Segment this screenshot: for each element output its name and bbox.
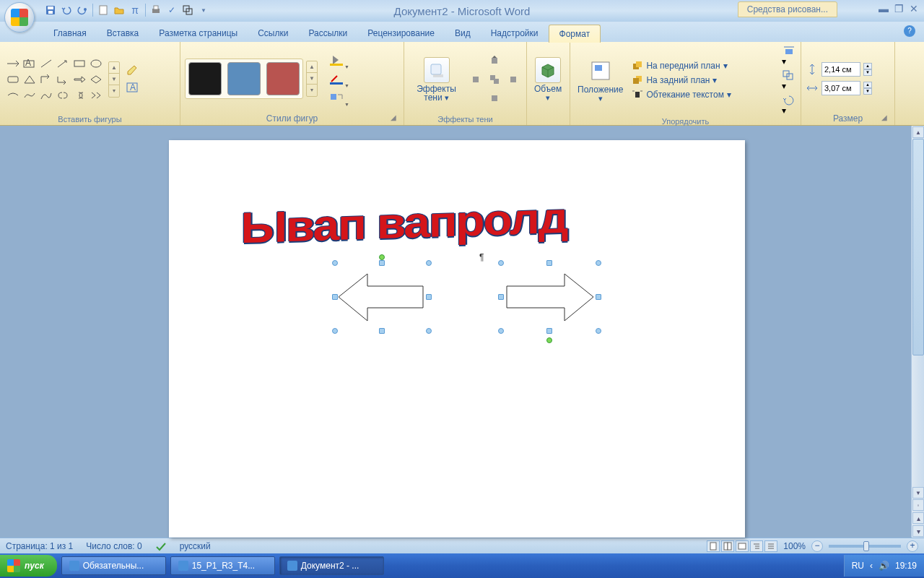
shape-left-arrow[interactable] <box>335 263 429 332</box>
group-shapes-icon[interactable]: ▾ <box>782 69 796 91</box>
style-swatch-blue[interactable] <box>227 62 261 95</box>
3d-effects-button[interactable]: Объем▾ <box>531 56 565 103</box>
nudge-up-icon[interactable] <box>486 52 503 69</box>
tray-icon[interactable]: 🔊 <box>879 561 889 571</box>
shape-gallery-scroll[interactable]: ▲▼▾ <box>108 61 120 98</box>
zoom-in-icon[interactable]: + <box>907 540 918 552</box>
start-button[interactable]: пуск <box>0 555 57 577</box>
tab-mailings[interactable]: Рассылки <box>298 25 357 42</box>
view-web-layout-icon[interactable] <box>736 540 749 552</box>
style-gallery-scroll[interactable]: ▲▼▾ <box>306 61 318 97</box>
height-input[interactable] <box>821 62 860 77</box>
svg-rect-22 <box>433 74 443 77</box>
send-to-back-button[interactable]: На задний план ▾ <box>632 74 776 86</box>
group-label: Эффекты тени <box>409 113 522 125</box>
maximize-icon[interactable]: ❐ <box>894 3 904 14</box>
view-print-layout-icon[interactable] <box>707 540 720 552</box>
title-bar: π ✓ ▼ Документ2 - Microsoft Word Средств… <box>0 0 924 22</box>
save-icon[interactable] <box>43 3 58 17</box>
svg-rect-45 <box>724 543 728 550</box>
dialog-launcher-icon[interactable]: ◢ <box>880 113 889 122</box>
help-icon[interactable]: ? <box>904 25 915 37</box>
taskbar-item[interactable]: Обязательны... <box>61 556 166 575</box>
vertical-scrollbar[interactable]: ▲ ▼ ◦ ▴ ▾ <box>911 126 924 538</box>
tab-format[interactable]: Формат <box>549 25 601 43</box>
view-draft-icon[interactable] <box>764 540 777 552</box>
shape-right-arrow[interactable] <box>501 263 598 339</box>
status-words[interactable]: Число слов: 0 <box>86 541 141 551</box>
svg-rect-1 <box>48 7 53 9</box>
text-wrapping-button[interactable]: Обтекание текстом ▾ <box>632 89 776 100</box>
shape-fill-icon[interactable]: ▼ <box>325 52 348 68</box>
taskbar-item[interactable]: Документ2 - ... <box>279 556 384 575</box>
position-button[interactable]: Положение▾ <box>575 56 626 104</box>
group-label: Вставить фигуры <box>4 113 175 125</box>
svg-rect-13 <box>74 61 84 66</box>
view-full-screen-icon[interactable] <box>721 540 734 552</box>
nudge-down-icon[interactable] <box>486 90 503 107</box>
svg-rect-34 <box>633 78 639 84</box>
tab-addins[interactable]: Надстройки <box>481 25 549 42</box>
svg-line-12 <box>58 61 66 67</box>
rotate-icon[interactable]: ▾ <box>782 94 796 116</box>
tab-review[interactable]: Рецензирование <box>357 25 445 42</box>
zoom-level[interactable]: 100% <box>783 541 806 551</box>
svg-rect-6 <box>154 6 158 9</box>
office-button[interactable] <box>4 2 35 33</box>
svg-rect-21 <box>431 64 441 74</box>
group-label: Стили фигур◢ <box>185 112 399 125</box>
new-doc-icon[interactable] <box>96 3 110 17</box>
edit-shape-icon[interactable] <box>124 63 140 79</box>
contextual-tab-label: Средства рисован... <box>738 1 837 17</box>
dialog-launcher-icon[interactable]: ◢ <box>389 113 398 122</box>
align-icon[interactable]: ▾ <box>782 45 796 66</box>
tab-insert[interactable]: Вставка <box>97 25 149 42</box>
redo-icon[interactable] <box>75 3 90 17</box>
spell-icon[interactable]: ✓ <box>165 3 179 17</box>
svg-rect-20 <box>331 94 336 100</box>
width-input[interactable] <box>821 81 860 95</box>
tray-expand-icon[interactable]: ‹ <box>870 561 873 571</box>
tab-view[interactable]: Вид <box>445 25 481 42</box>
spell-check-icon[interactable] <box>155 540 167 551</box>
status-page[interactable]: Страница: 1 из 1 <box>6 541 73 551</box>
document-area: Ывап вапролд ¶ ▲ ▼ ◦ ▴ ▾ <box>0 126 924 538</box>
style-gallery[interactable] <box>185 59 303 99</box>
equation-icon[interactable]: π <box>128 3 142 17</box>
tab-references[interactable]: Ссылки <box>248 25 298 42</box>
shadow-effects-button[interactable]: Эффекты тени ▾ <box>409 56 464 103</box>
svg-rect-19 <box>330 82 343 85</box>
close-icon[interactable]: ✕ <box>910 3 918 14</box>
qat-customize-icon[interactable]: ▼ <box>196 3 211 17</box>
group-icon[interactable] <box>180 3 195 17</box>
nudge-left-icon[interactable] <box>467 71 484 88</box>
undo-icon[interactable] <box>59 3 74 17</box>
tab-page-layout[interactable]: Разметка страницы <box>149 25 248 42</box>
tray-language[interactable]: RU <box>852 561 864 571</box>
svg-rect-2 <box>48 11 53 14</box>
system-tray[interactable]: RU ‹ 🔊 19:19 <box>844 555 924 577</box>
svg-rect-24 <box>473 77 479 82</box>
shape-gallery[interactable]: A <box>4 56 104 103</box>
wordart-text[interactable]: Ывап вапролд <box>240 193 567 253</box>
change-shape-icon[interactable]: ▼ <box>325 90 348 105</box>
open-icon[interactable] <box>112 3 126 17</box>
tab-home[interactable]: Главная <box>43 25 97 42</box>
taskbar-item[interactable]: 15_P1_R3_Т4... <box>170 556 275 575</box>
nudge-right-icon[interactable] <box>505 71 522 88</box>
style-swatch-red[interactable] <box>266 62 300 95</box>
text-box-icon[interactable]: A <box>124 79 140 95</box>
zoom-out-icon[interactable]: − <box>811 540 823 552</box>
width-icon <box>806 82 819 95</box>
view-outline-icon[interactable] <box>750 540 763 552</box>
bring-to-front-button[interactable]: На передний план ▾ <box>632 60 776 72</box>
page[interactable]: Ывап вапролд ¶ <box>169 140 745 538</box>
shape-outline-icon[interactable]: ▼ <box>325 71 348 87</box>
minimize-icon[interactable]: ▬ <box>879 3 889 14</box>
nudge-center-icon[interactable] <box>486 71 503 88</box>
print-preview-icon[interactable] <box>149 3 163 17</box>
zoom-slider[interactable] <box>829 545 901 548</box>
tray-clock[interactable]: 19:19 <box>895 561 917 571</box>
style-swatch-black[interactable] <box>188 62 222 95</box>
status-language[interactable]: русский <box>180 541 211 551</box>
